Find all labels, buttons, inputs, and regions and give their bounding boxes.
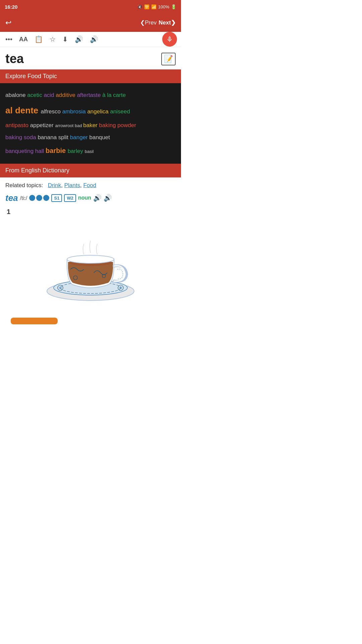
toolbar: ••• AA 📋 ☆ ⬇ 🔊 🔊: [0, 32, 181, 47]
freq-dot-2: [36, 195, 42, 201]
mute-icon: 🔇: [137, 4, 142, 9]
cloud-word-baker[interactable]: baker: [83, 122, 99, 128]
cloud-word-bad[interactable]: bad: [75, 123, 83, 128]
cloud-word-acetic[interactable]: acetic: [27, 92, 44, 98]
cloud-word-abalone[interactable]: abalone: [5, 92, 27, 98]
nav-right: ❮ Prev Next ❯: [140, 19, 176, 26]
dictionary-section-header: From English Dictionary: [0, 164, 181, 177]
cloud-word-barley[interactable]: barley: [68, 148, 85, 154]
related-link-food[interactable]: Food: [83, 182, 96, 189]
pronunciation: /tiː/: [20, 195, 27, 201]
chevron-left-icon: ❮: [140, 19, 145, 26]
explore-topic-title: Explore Food Topic: [5, 73, 57, 79]
freq-dot-3: [43, 195, 49, 201]
related-topics: Related topics: Drink, Plants, Food: [5, 182, 176, 189]
bottom-section: [0, 314, 181, 336]
svg-point-4: [67, 255, 114, 263]
bottom-button[interactable]: [11, 318, 58, 324]
related-link-drink[interactable]: Drink: [48, 182, 61, 189]
cloud-word-banana-split[interactable]: banana split: [38, 134, 70, 141]
audio-button-2[interactable]: 🔊: [104, 194, 112, 202]
cloud-word-alacarte[interactable]: à la carte: [102, 92, 126, 98]
explore-topic-header: Explore Food Topic: [0, 69, 181, 83]
audio-icon-2[interactable]: 🔊: [90, 35, 98, 43]
cloud-word-barbie[interactable]: barbie: [46, 147, 68, 154]
s1-badge[interactable]: S1: [51, 194, 62, 202]
word-header: tea 📝: [0, 47, 181, 69]
status-bar: 16:20 🔇 🛜 📶 100% 🔋: [0, 0, 181, 13]
more-options-icon[interactable]: •••: [5, 36, 12, 43]
mic-button[interactable]: [162, 32, 177, 47]
topic-cloud: abalone acetic acid additive aftertaste …: [0, 83, 181, 164]
cloud-word-alfresco[interactable]: alfresco: [41, 108, 62, 115]
related-topics-label: Related topics:: [5, 182, 43, 189]
chevron-right-icon: ❯: [171, 19, 176, 26]
freq-dot-1: [29, 195, 35, 201]
frequency-dots: [29, 195, 49, 201]
cloud-word-aftertaste[interactable]: aftertaste: [77, 92, 103, 98]
battery-icon: 🔋: [171, 4, 176, 9]
tea-cup-image: [40, 226, 141, 303]
cloud-word-banger[interactable]: banger: [70, 134, 89, 141]
download-icon[interactable]: ⬇: [62, 35, 68, 43]
cloud-word-basil[interactable]: basil: [85, 149, 94, 154]
cloud-word-angelica[interactable]: angelica: [87, 108, 110, 115]
prev-button[interactable]: ❮ Prev: [140, 19, 157, 26]
cloud-word-ambrosia[interactable]: ambrosia: [62, 108, 87, 115]
page-title: tea: [5, 52, 24, 66]
cloud-word-banquet[interactable]: banquet: [89, 134, 110, 141]
battery-level: 100%: [158, 4, 169, 9]
cloud-word-additive[interactable]: additive: [56, 92, 77, 98]
w2-badge[interactable]: W2: [64, 194, 76, 202]
back-button[interactable]: ↩: [5, 18, 11, 27]
dictionary-title: From English Dictionary: [5, 167, 69, 174]
cloud-word-appetizer[interactable]: appetizer: [30, 122, 55, 128]
cloud-word-baking-soda[interactable]: baking soda: [5, 134, 38, 141]
nav-bar: ↩ ❮ Prev Next ❯: [0, 13, 181, 32]
edit-icon[interactable]: 📝: [161, 53, 176, 65]
cloud-word-acid[interactable]: acid: [44, 92, 56, 98]
audio-button-1[interactable]: 🔊: [93, 194, 102, 202]
signal-icon: 📶: [151, 4, 157, 9]
wifi-icon: 🛜: [144, 4, 149, 9]
font-size-icon[interactable]: AA: [19, 36, 28, 43]
word-entry: tea /tiː/ S1 W2 noun 🔊 🔊: [5, 193, 176, 203]
definition-number: 1: [5, 208, 176, 216]
next-button[interactable]: Next ❯: [159, 19, 176, 26]
svg-point-10: [119, 286, 122, 289]
svg-point-9: [59, 286, 62, 289]
cloud-word-arrowroot[interactable]: arrowroot: [55, 123, 75, 128]
tea-image-container: [5, 219, 176, 310]
copy-icon[interactable]: 📋: [35, 35, 43, 43]
dictionary-section: Related topics: Drink, Plants, Food tea …: [0, 177, 181, 314]
part-of-speech: noun: [78, 195, 91, 201]
cloud-word-banqueting-hall[interactable]: banqueting hall: [5, 148, 46, 154]
entry-word: tea: [5, 193, 18, 203]
status-icons: 🔇 🛜 📶 100% 🔋: [137, 4, 176, 9]
cloud-word-antipasto[interactable]: antipasto: [5, 122, 30, 128]
cloud-word-aniseed[interactable]: aniseed: [110, 108, 130, 115]
status-time: 16:20: [5, 4, 17, 10]
related-link-plants[interactable]: Plants: [64, 182, 80, 189]
cloud-word-baking-powder[interactable]: baking powder: [99, 122, 136, 128]
audio-icon-1[interactable]: 🔊: [75, 35, 83, 43]
cloud-word-aldente[interactable]: al dente: [5, 105, 41, 115]
star-icon[interactable]: ☆: [50, 35, 56, 43]
